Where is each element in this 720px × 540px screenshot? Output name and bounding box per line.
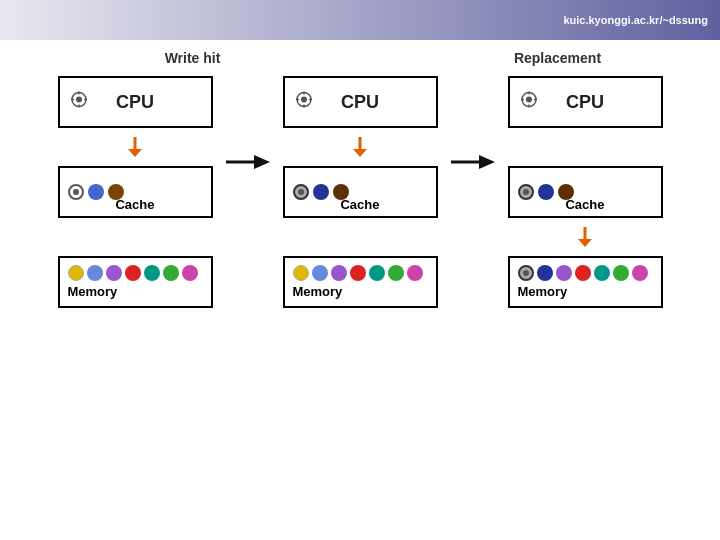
svg-point-21 — [526, 97, 532, 103]
cpu-box-1: CPU — [58, 76, 213, 128]
mem3-dot-6 — [613, 265, 629, 281]
header-bar: kuic.kyonggi.ac.kr/~dssung — [0, 0, 720, 40]
memory-box-2: Memory — [283, 256, 438, 308]
cache-label-3: Cache — [565, 197, 604, 212]
svg-point-11 — [301, 97, 307, 103]
write-hit-label: Write hit — [103, 50, 283, 66]
svg-marker-17 — [353, 149, 367, 157]
column-replacement-2: CPU Cache — [498, 76, 673, 308]
cache-box-2: Cache — [283, 166, 438, 218]
memory-box-1: Memory — [58, 256, 213, 308]
cache-dot-gear-2 — [293, 184, 309, 200]
cpu-box-2: CPU — [283, 76, 438, 128]
memory-label-2: Memory — [293, 284, 428, 299]
arrow-right-2 — [448, 150, 498, 174]
mem-dot-5 — [144, 265, 160, 281]
section-labels: Write hit Replacement — [20, 50, 700, 66]
arrow-right-1 — [223, 150, 273, 174]
mem3-dot-7 — [632, 265, 648, 281]
mem-dot-2 — [87, 265, 103, 281]
mem3-dot-4 — [575, 265, 591, 281]
cache-dot-gear-1 — [68, 184, 84, 200]
arrow-cpu-cache-2 — [350, 136, 370, 158]
cache-dot-blue-2 — [313, 184, 329, 200]
mem2-dot-3 — [331, 265, 347, 281]
mem-dot-7 — [182, 265, 198, 281]
columns-container: CPU Cache — [20, 76, 700, 308]
cpu-box-3: CPU — [508, 76, 663, 128]
mem-dot-1 — [68, 265, 84, 281]
svg-marker-9 — [254, 155, 270, 169]
mem-dot-3 — [106, 265, 122, 281]
cache-label-2: Cache — [340, 197, 379, 212]
svg-marker-7 — [128, 149, 142, 157]
mem2-dot-4 — [350, 265, 366, 281]
cpu-label-1: CPU — [116, 92, 154, 113]
mem2-dot-5 — [369, 265, 385, 281]
memory-dots-row-2 — [293, 265, 428, 281]
mem3-dot-blue — [537, 265, 553, 281]
cpu-label-3: CPU — [566, 92, 604, 113]
replacement-label: Replacement — [468, 50, 648, 66]
cache-label-1: Cache — [115, 197, 154, 212]
svg-marker-27 — [578, 239, 592, 247]
mem2-dot-2 — [312, 265, 328, 281]
arrow-cpu-cache-1 — [125, 136, 145, 158]
mem-dot-6 — [163, 265, 179, 281]
cache-box-3: Cache — [508, 166, 663, 218]
cpu-gear-icon-2 — [295, 91, 313, 114]
svg-marker-19 — [479, 155, 495, 169]
cpu-gear-icon-3 — [520, 91, 538, 114]
svg-point-1 — [76, 97, 82, 103]
memory-label-1: Memory — [68, 284, 203, 299]
memory-dots-row-1 — [68, 265, 203, 281]
memory-box-3: Memory — [508, 256, 663, 308]
cache-dot-blue-3 — [538, 184, 554, 200]
mem2-dot-7 — [407, 265, 423, 281]
cpu-label-2: CPU — [341, 92, 379, 113]
mem2-dot-1 — [293, 265, 309, 281]
arrow-cache-memory-3 — [575, 226, 595, 248]
mem3-dot-gear — [518, 265, 534, 281]
main-content: Write hit Replacement CPU — [0, 40, 720, 540]
column-replacement-1: CPU Cache — [273, 76, 448, 308]
cache-dot-blue-1 — [88, 184, 104, 200]
mem-dot-4 — [125, 265, 141, 281]
mem2-dot-6 — [388, 265, 404, 281]
mem3-dot-3 — [556, 265, 572, 281]
cache-box-1: Cache — [58, 166, 213, 218]
memory-label-3: Memory — [518, 284, 653, 299]
header-url: kuic.kyonggi.ac.kr/~dssung — [563, 14, 708, 26]
cpu-gear-icon-1 — [70, 91, 88, 114]
memory-dots-row-3 — [518, 265, 653, 281]
column-write-hit: CPU Cache — [48, 76, 223, 308]
mem3-dot-5 — [594, 265, 610, 281]
cache-dot-gear-3 — [518, 184, 534, 200]
